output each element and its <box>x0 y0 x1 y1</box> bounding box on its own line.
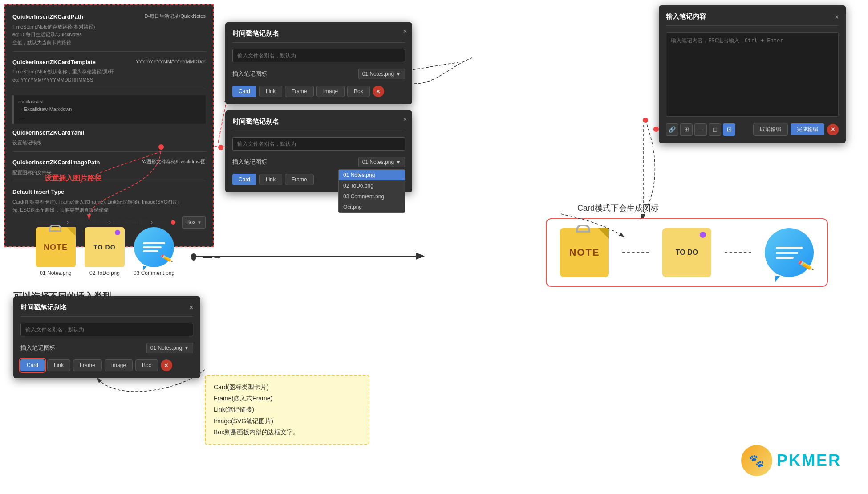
dialog1-btn-close[interactable]: ✕ <box>373 86 384 97</box>
dropdown-item-1[interactable]: 01 Notes.png <box>339 170 405 180</box>
red-dot-note-icons <box>653 127 659 132</box>
dropdown-item-2[interactable]: 02 ToDo.png <box>339 180 405 191</box>
breadcrumb-item-1: PandaNotes <box>36 219 65 225</box>
lower-dialog-btn-link[interactable]: Link <box>47 359 70 371</box>
note-close-btn[interactable]: ✕ <box>827 124 839 135</box>
dialog1-btn-image[interactable]: Image <box>316 86 345 97</box>
settings-desc-5b: 光: ESC退出车趣出，其他类型则直接储储储 <box>12 206 206 214</box>
settings-item-path: QuickerInsertZKCardPath TimeStampNote的存放… <box>12 12 206 52</box>
lower-dialog-select-value: 01 Notes.png <box>150 345 182 351</box>
note-icon-minus[interactable]: — <box>694 123 707 136</box>
settings-value-2: YYYY/YYYYMM/YYYYMMDD/Y <box>136 58 206 66</box>
pkmer-text: PKMER <box>777 451 841 470</box>
pkmer-logo: 🐾 PKMER <box>741 445 841 476</box>
settings-item-template: QuickerInsertZKCardTemplate TimeStampNot… <box>12 58 206 89</box>
large-icons-area: NOTE TO DO ✏️ <box>546 218 828 287</box>
dialog2-icon-select[interactable]: 01 Notes.png ▼ <box>358 157 405 167</box>
dialog-2: 时间戳笔记别名 × 插入笔记图标 01 Notes.png ▼ 01 Notes… <box>225 110 412 192</box>
dialog2-close[interactable]: × <box>403 116 407 123</box>
lower-dialog-insert-label: 插入笔记图标 <box>20 344 55 352</box>
note-cancel-btn[interactable]: 取消输编 <box>753 123 788 136</box>
note-confirm-btn[interactable]: 完成输编 <box>791 123 824 135</box>
note-icons: 🔗 ⊞ — ◻ ⊡ <box>666 123 735 136</box>
note-icon-grid[interactable]: ⊞ <box>680 123 693 136</box>
dialog1-name-input[interactable] <box>232 49 405 62</box>
large-pencil-icon: ✏️ <box>797 257 815 274</box>
dialog1-close[interactable]: × <box>403 28 407 35</box>
lower-dialog-title: 时间戳笔记别名 <box>20 303 67 312</box>
dialog1-btn-link[interactable]: Link <box>259 86 282 97</box>
annotation-path-label: 设置插入图片路径 <box>45 174 101 183</box>
dialog2-btn-card[interactable]: Card <box>232 174 256 185</box>
breadcrumb-item-4: Icons <box>154 219 167 225</box>
dialog1-btn-frame[interactable]: Frame <box>285 86 314 97</box>
dialog2-dropdown: 01 Notes.png 02 ToDo.png 03 Comment.png … <box>338 169 405 213</box>
comment-icon-img: ✏️ <box>134 227 174 267</box>
note-textarea[interactable] <box>666 32 839 117</box>
yellow-box-line3: Link(笔记链接) <box>214 404 361 415</box>
lower-dialog-btn-box[interactable]: Box <box>135 359 158 371</box>
dashed-connector-1 <box>622 252 649 253</box>
note-icon-img: NOTE <box>36 227 76 267</box>
file-icons-area: NOTE 01 Notes.png TO DO 02 ToDo.png ✏️ 0… <box>36 227 174 276</box>
dashed-connector-2 <box>725 252 751 253</box>
dropdown-item-4[interactable]: Ocr.png <box>339 202 405 212</box>
note-dialog-close[interactable]: × <box>835 13 839 20</box>
note-input-dialog: 输入笔记内容 × 🔗 ⊞ — ◻ ⊡ 取消输编 完成输编 ✕ <box>659 5 846 143</box>
dialog2-btn-frame[interactable]: Frame <box>285 174 314 185</box>
dialog2-insert-label: 插入笔记图标 <box>232 158 267 166</box>
file-label-3: 03 Comment.png <box>134 270 174 276</box>
large-comment-icon: ✏️ <box>765 228 814 277</box>
dialog1-btn-card[interactable]: Card <box>232 86 256 97</box>
lower-dialog: 时间戳笔记别名 × 插入笔记图标 01 Notes.png ▼ Card Lin… <box>13 296 200 378</box>
breadcrumb-item-2: Y-图形文件存储 <box>70 218 107 226</box>
settings-desc-5a: Card(图标类型卡片), Frame(嵌入式Frame), Link(记忆链接… <box>12 198 206 206</box>
note-icon-hash[interactable]: ⊡ <box>723 123 735 136</box>
large-purple-dot <box>700 232 706 238</box>
lower-dialog-btn-image[interactable]: Image <box>105 359 133 371</box>
settings-item-inserttype: Default Insert Type Card(图标类型卡片), Frame(… <box>12 188 206 233</box>
yellow-info-box: Card(图标类型卡片) Frame(嵌入式Frame) Link(笔记链接) … <box>205 375 369 445</box>
pkmer-circle-icon: 🐾 <box>741 445 772 476</box>
settings-desc-2b: eg: YYYYMM/YYYYMMDDHHMMSS <box>12 76 136 84</box>
breadcrumb-red-dot <box>171 220 175 225</box>
dialog-1: 时间戳笔记别名 × 插入笔记图标 01 Notes.png ▼ Card Lin… <box>225 22 412 104</box>
settings-panel: QuickerInsertZKCardPath TimeStampNote的存放… <box>4 4 214 247</box>
dialog2-select-value: 01 Notes.png <box>362 159 394 165</box>
dialog1-buttons: Card Link Frame Image Box ✕ <box>232 86 405 97</box>
lower-dialog-buttons: Card Link Frame Image Box ✕ <box>20 359 193 371</box>
lower-dialog-btn-close[interactable]: ✕ <box>161 359 172 371</box>
settings-key-4: QuickerInsertZKCardImagePath <box>12 158 142 167</box>
file-label-2: 02 ToDo.png <box>89 270 120 276</box>
note-icon-link[interactable]: 🔗 <box>666 123 678 136</box>
select-value: Box <box>186 218 195 227</box>
card-mode-annotation: Card模式下会生成图标 <box>577 203 659 213</box>
settings-value-4: Y-图形文件存储/Excalidraw图 <box>142 158 206 166</box>
yellow-box-line4: Image(SVG笔记图片) <box>214 416 361 427</box>
large-todo-icon: TO DO <box>662 228 711 277</box>
insert-type-select[interactable]: Box ▼ <box>182 216 206 229</box>
settings-item-imagepath: QuickerInsertZKCardImagePath 配置图标的文件夹 Y-… <box>12 158 206 181</box>
dialog2-name-input[interactable] <box>232 137 405 151</box>
lower-dialog-btn-frame[interactable]: Frame <box>73 359 102 371</box>
dropdown-item-3[interactable]: 03 Comment.png <box>339 191 405 202</box>
lower-dialog-btn-card[interactable]: Card <box>20 359 45 371</box>
dialog1-icon-select[interactable]: 01 Notes.png ▼ <box>358 69 405 79</box>
settings-value-1: D-每日生活记录/QuickNotes <box>144 12 206 20</box>
pencil-icon: ✏️ <box>160 252 173 265</box>
todo-icon-img: TO DO <box>85 227 125 267</box>
dialog1-btn-box[interactable]: Box <box>347 86 370 97</box>
file-icon-notes: NOTE 01 Notes.png <box>36 227 76 276</box>
note-icon-eraser[interactable]: ◻ <box>709 123 721 136</box>
yellow-box-line2: Frame(嵌入式Frame) <box>214 393 361 404</box>
dialog2-title: 时间戳笔记别名 <box>232 118 405 131</box>
lower-dialog-select[interactable]: 01 Notes.png ▼ <box>146 343 193 353</box>
clip-icon <box>49 225 61 232</box>
settings-key-3: QuickerInsertZKCardYaml <box>12 128 206 138</box>
lower-dialog-input[interactable] <box>20 323 193 336</box>
breadcrumb-item-3: Excalidraw图形 <box>113 218 149 226</box>
black-dot-files-icons <box>191 256 196 261</box>
lower-dialog-close[interactable]: × <box>189 303 193 312</box>
file-icon-comment: ✏️ 03 Comment.png <box>134 227 174 276</box>
dialog2-btn-link[interactable]: Link <box>259 174 282 185</box>
